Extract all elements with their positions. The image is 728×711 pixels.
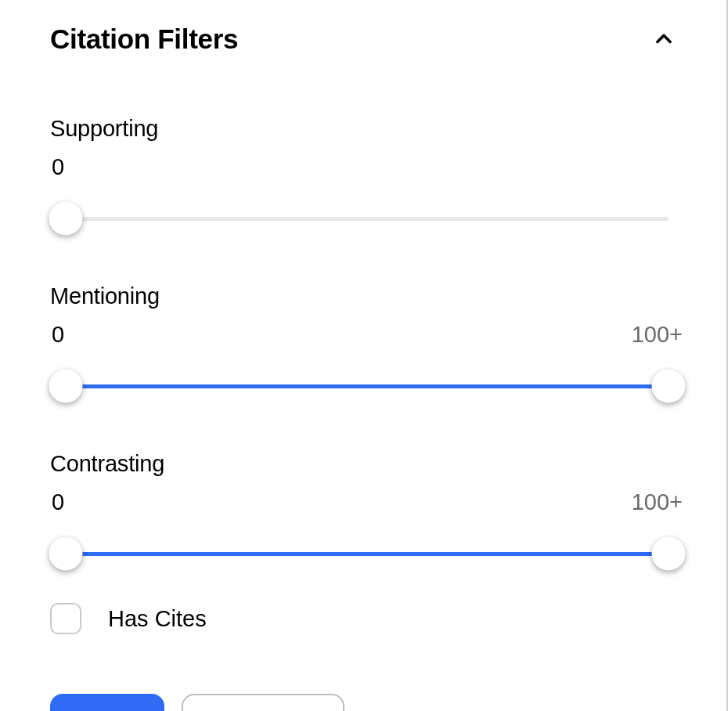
contrasting-values: 0 100+ — [50, 489, 684, 515]
contrasting-slider-group: Contrasting 0 100+ — [50, 451, 684, 572]
contrasting-max-value: 100+ — [632, 489, 683, 515]
has-cites-label: Has Cites — [108, 606, 207, 632]
contrasting-track-fill — [66, 552, 669, 556]
supporting-slider[interactable] — [50, 200, 684, 236]
supporting-values: 0 — [50, 154, 684, 180]
supporting-min-value: 0 — [52, 154, 64, 180]
mentioning-min-value: 0 — [52, 322, 64, 348]
mentioning-thumb-min[interactable] — [49, 370, 83, 403]
contrasting-slider[interactable] — [50, 536, 684, 572]
has-cites-checkbox[interactable] — [50, 603, 81, 634]
chevron-up-icon — [653, 28, 675, 50]
contrasting-label: Contrasting — [50, 451, 684, 477]
has-cites-row: Has Cites — [50, 603, 684, 634]
mentioning-slider[interactable] — [50, 368, 684, 404]
mentioning-values: 0 100+ — [50, 322, 684, 348]
supporting-slider-group: Supporting 0 — [50, 116, 684, 236]
mentioning-slider-group: Mentioning 0 100+ — [50, 283, 684, 404]
supporting-thumb-min[interactable] — [49, 202, 83, 236]
mentioning-track-fill — [66, 384, 669, 388]
contrasting-min-value: 0 — [52, 489, 64, 515]
mentioning-label: Mentioning — [50, 283, 684, 309]
clear-fields-button[interactable]: Clear Fields — [182, 694, 344, 711]
mentioning-thumb-max[interactable] — [652, 370, 686, 403]
action-buttons: Search Clear Fields — [50, 694, 684, 711]
panel-title: Citation Filters — [50, 23, 238, 55]
search-button[interactable]: Search — [50, 694, 164, 711]
supporting-label: Supporting — [50, 116, 684, 142]
mentioning-max-value: 100+ — [632, 322, 683, 348]
panel-header[interactable]: Citation Filters — [50, 23, 684, 55]
contrasting-thumb-max[interactable] — [652, 537, 686, 571]
citation-filters-panel: Citation Filters Supporting 0 Mentioning… — [0, 0, 726, 711]
contrasting-thumb-min[interactable] — [49, 537, 83, 571]
slider-track-bg — [66, 217, 669, 221]
